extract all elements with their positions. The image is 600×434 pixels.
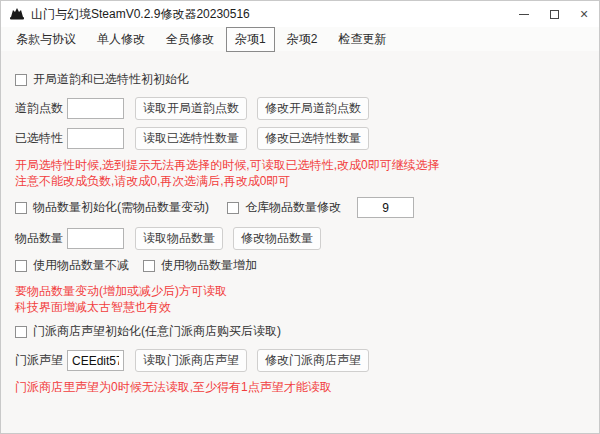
app-icon xyxy=(9,6,25,22)
use-no-decrease-checkbox[interactable] xyxy=(15,260,27,272)
tab-misc1[interactable]: 杂项1 xyxy=(226,27,275,52)
window-title: 山门与幻境SteamV0.2.9修改器20230516 xyxy=(31,6,509,23)
read-item-quantity-button[interactable]: 读取物品数量 xyxy=(135,227,223,250)
modify-daoyun-points-button[interactable]: 修改开局道韵点数 xyxy=(257,97,369,120)
warehouse-modify-checkbox[interactable] xyxy=(227,202,239,214)
tab-terms[interactable]: 条款与协议 xyxy=(7,27,85,52)
selected-traits-input[interactable] xyxy=(67,128,124,149)
init-daoyun-trait-label: 开局道韵和已选特性初初始化 xyxy=(33,71,189,88)
use-increase-label: 使用物品数量增加 xyxy=(161,257,257,274)
warehouse-modify-label: 仓库物品数量修改 xyxy=(245,199,341,216)
item-warning-text: 要物品数量变动(增加或减少后)方可读取 科技界面增减太古智慧也有效 xyxy=(15,283,585,315)
read-reputation-button[interactable]: 读取门派商店声望 xyxy=(135,349,247,372)
trait-warning-line2: 注意不能改成负数,请改成0,再次选满后,再改成0即可 xyxy=(15,173,585,189)
selected-traits-label: 已选特性 xyxy=(15,130,67,147)
shop-warning-line1: 门派商店里声望为0时候无法读取,至少得有1点声望才能读取 xyxy=(15,379,585,395)
reputation-input[interactable] xyxy=(67,350,124,371)
shop-reputation-init-row: 门派商店声望初始化(任意门派商店购买后读取) xyxy=(15,323,585,340)
tab-single-edit[interactable]: 单人修改 xyxy=(88,27,154,52)
shop-warning-text: 门派商店里声望为0时候无法读取,至少得有1点声望才能读取 xyxy=(15,379,585,395)
misc1-panel: 开局道韵和已选特性初初始化 道韵点数 读取开局道韵点数 修改开局道韵点数 已选特… xyxy=(1,51,599,395)
reputation-label: 门派声望 xyxy=(15,352,67,369)
item-quantity-label: 物品数量 xyxy=(15,230,67,247)
trait-warning-line1: 开局选特性时候,选到提示无法再选择的时候,可读取已选特性,改成0即可继续选择 xyxy=(15,157,585,173)
tab-check-update[interactable]: 检查更新 xyxy=(329,27,395,52)
item-init-label: 物品数量初始化(需物品数量变动) xyxy=(33,199,209,216)
reputation-row: 门派声望 读取门派商店声望 修改门派商店声望 xyxy=(15,349,585,372)
item-warning-line2: 科技界面增减太古智慧也有效 xyxy=(15,299,585,315)
item-warning-line1: 要物品数量变动(增加或减少后)方可读取 xyxy=(15,283,585,299)
tab-all-edit[interactable]: 全员修改 xyxy=(157,27,223,52)
item-init-warehouse-row: 物品数量初始化(需物品数量变动) 仓库物品数量修改 xyxy=(15,197,585,218)
tab-misc2[interactable]: 杂项2 xyxy=(278,27,327,52)
maximize-button[interactable] xyxy=(539,1,569,27)
warehouse-checkbox-group: 仓库物品数量修改 xyxy=(227,199,341,216)
modify-reputation-button[interactable]: 修改门派商店声望 xyxy=(257,349,369,372)
window-controls: × xyxy=(509,1,599,27)
use-increase-checkbox-group: 使用物品数量增加 xyxy=(143,257,257,274)
shop-reputation-init-label: 门派商店声望初始化(任意门派商店购买后读取) xyxy=(33,323,281,340)
item-quantity-row: 物品数量 读取物品数量 修改物品数量 xyxy=(15,227,585,250)
shop-reputation-init-checkbox[interactable] xyxy=(15,326,27,338)
modify-item-quantity-button[interactable]: 修改物品数量 xyxy=(233,227,321,250)
item-quantity-input[interactable] xyxy=(67,228,124,249)
read-daoyun-points-button[interactable]: 读取开局道韵点数 xyxy=(135,97,247,120)
minimize-button[interactable] xyxy=(509,1,539,27)
menubar: 条款与协议 单人修改 全员修改 杂项1 杂项2 检查更新 xyxy=(1,27,599,51)
daoyun-points-row: 道韵点数 读取开局道韵点数 修改开局道韵点数 xyxy=(15,97,585,120)
titlebar: 山门与幻境SteamV0.2.9修改器20230516 × xyxy=(1,1,599,27)
daoyun-points-label: 道韵点数 xyxy=(15,100,67,117)
read-selected-traits-button[interactable]: 读取已选特性数量 xyxy=(135,127,247,150)
init-daoyun-trait-checkbox[interactable] xyxy=(15,74,27,86)
item-init-checkbox[interactable] xyxy=(15,202,27,214)
daoyun-points-input[interactable] xyxy=(67,98,124,119)
selected-traits-row: 已选特性 读取已选特性数量 修改已选特性数量 xyxy=(15,127,585,150)
trainer-window: 山门与幻境SteamV0.2.9修改器20230516 × 条款与协议 单人修改… xyxy=(0,0,600,434)
use-increase-checkbox[interactable] xyxy=(143,260,155,272)
init-daoyun-trait-row: 开局道韵和已选特性初初始化 xyxy=(15,71,585,88)
modify-selected-traits-button[interactable]: 修改已选特性数量 xyxy=(257,127,369,150)
warehouse-quantity-input[interactable] xyxy=(357,197,414,218)
use-item-options-row: 使用物品数量不减 使用物品数量增加 xyxy=(15,257,585,274)
use-no-decrease-label: 使用物品数量不减 xyxy=(33,257,129,274)
trait-warning-text: 开局选特性时候,选到提示无法再选择的时候,可读取已选特性,改成0即可继续选择 注… xyxy=(15,157,585,189)
close-button[interactable]: × xyxy=(569,1,599,27)
